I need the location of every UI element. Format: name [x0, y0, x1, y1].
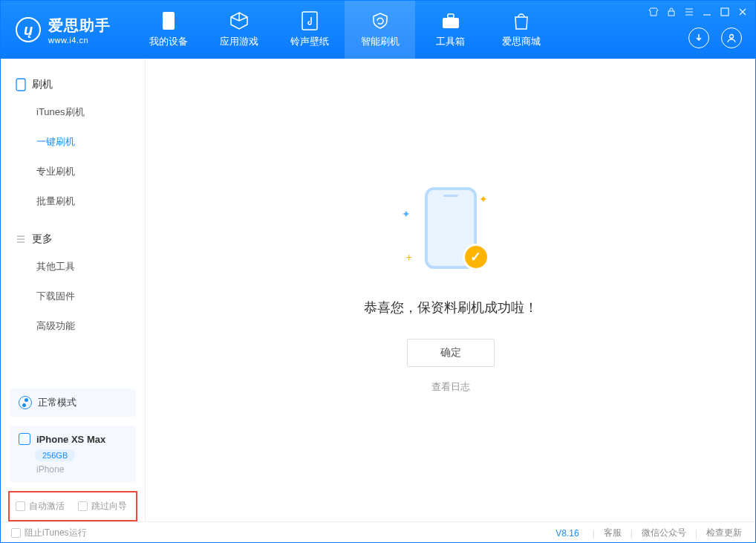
main-tabs: 我的设备 应用游戏 铃声壁纸 智能刷机 工具箱 爱思商城 — [133, 1, 556, 59]
checkbox-auto-activate[interactable]: 自动激活 — [16, 500, 65, 513]
sidebar-group-flash: 刷机 — [1, 72, 145, 97]
checkbox-icon — [16, 501, 25, 511]
mode-status[interactable]: 正常模式 — [10, 388, 136, 417]
window-controls — [648, 7, 748, 17]
sidebar-group-more: 更多 — [1, 227, 145, 252]
maximize-icon[interactable] — [720, 7, 730, 17]
footer-link-update[interactable]: 检查更新 — [703, 527, 745, 539]
version-label: V8.16 — [555, 528, 579, 539]
check-badge-icon: ✓ — [463, 244, 489, 270]
mode-label: 正常模式 — [38, 396, 76, 409]
checkbox-block-itunes[interactable]: 阻止iTunes运行 — [11, 527, 87, 539]
sparkle-icon: + — [406, 251, 412, 263]
ok-button[interactable]: 确定 — [407, 339, 495, 367]
close-icon[interactable] — [737, 7, 748, 17]
main-content: ✓ ✦ ✦ + 恭喜您，保资料刷机成功啦！ 确定 查看日志 — [146, 59, 755, 521]
bag-icon — [512, 11, 531, 30]
sidebar-item-advanced[interactable]: 高级功能 — [1, 311, 145, 341]
mode-icon — [19, 396, 32, 409]
tab-label: 智能刷机 — [361, 35, 400, 48]
device-small-icon — [19, 433, 30, 445]
tab-label: 我的设备 — [149, 35, 188, 48]
user-button[interactable] — [721, 27, 742, 48]
storage-badge: 256GB — [35, 449, 75, 461]
success-illustration: ✓ ✦ ✦ + — [406, 187, 495, 276]
menu-icon[interactable] — [684, 7, 694, 17]
view-log-link[interactable]: 查看日志 — [431, 380, 470, 394]
app-subtitle: www.i4.cn — [48, 36, 111, 45]
logo-icon: ų — [16, 17, 41, 42]
sidebar-item-pro-flash[interactable]: 专业刷机 — [1, 157, 145, 186]
download-button[interactable] — [688, 27, 709, 48]
tab-store[interactable]: 爱思商城 — [486, 1, 556, 59]
svg-rect-0 — [163, 12, 175, 30]
logo-area: ų 爱思助手 www.i4.cn — [1, 16, 126, 45]
tab-smart-flash[interactable]: 智能刷机 — [345, 1, 415, 59]
svg-rect-4 — [668, 11, 674, 16]
tab-toolbox[interactable]: 工具箱 — [415, 1, 486, 59]
tab-label: 爱思商城 — [502, 35, 541, 48]
svg-rect-7 — [16, 79, 25, 91]
music-file-icon — [300, 11, 319, 30]
footer: 阻止iTunes运行 V8.16 | 客服 | 微信公众号 | 检查更新 — [1, 521, 755, 543]
minimize-icon[interactable] — [702, 7, 712, 17]
svg-point-6 — [730, 35, 734, 39]
sidebar-item-batch-flash[interactable]: 批量刷机 — [1, 186, 145, 216]
device-status[interactable]: iPhone XS Max 256GB iPhone — [10, 426, 136, 482]
svg-rect-2 — [443, 18, 459, 28]
success-message: 恭喜您，保资料刷机成功啦！ — [364, 299, 538, 316]
options-highlight-box: 自动激活 跳过向导 — [8, 491, 137, 521]
phone-icon — [16, 78, 26, 91]
device-icon — [159, 11, 178, 30]
checkbox-icon — [78, 501, 88, 511]
sidebar-item-itunes-flash[interactable]: iTunes刷机 — [1, 97, 145, 127]
sidebar-item-download-firmware[interactable]: 下载固件 — [1, 282, 145, 311]
toolbox-icon — [441, 11, 460, 30]
tab-my-device[interactable]: 我的设备 — [133, 1, 203, 59]
tab-label: 工具箱 — [436, 35, 465, 48]
tab-ringtone-wallpaper[interactable]: 铃声壁纸 — [274, 1, 345, 59]
shirt-icon[interactable] — [648, 7, 659, 17]
tab-label: 铃声壁纸 — [290, 35, 329, 48]
app-header: ų 爱思助手 www.i4.cn 我的设备 应用游戏 铃声壁纸 智能刷机 工具箱 — [1, 1, 755, 59]
sparkle-icon: ✦ — [402, 208, 411, 220]
device-type: iPhone — [36, 464, 127, 475]
sparkle-icon: ✦ — [479, 193, 488, 205]
list-icon — [16, 234, 26, 244]
checkbox-skip-guide[interactable]: 跳过向导 — [78, 500, 127, 513]
sidebar-item-oneclick-flash[interactable]: 一键刷机 — [1, 127, 145, 157]
cube-icon — [229, 11, 249, 30]
lock-icon[interactable] — [666, 7, 677, 17]
refresh-shield-icon — [371, 11, 390, 30]
tab-label: 应用游戏 — [220, 35, 258, 48]
svg-rect-5 — [721, 8, 729, 16]
svg-rect-1 — [302, 12, 317, 30]
checkbox-icon — [11, 528, 21, 538]
sidebar-item-other-tools[interactable]: 其他工具 — [1, 252, 145, 282]
footer-link-wechat[interactable]: 微信公众号 — [639, 527, 689, 539]
sidebar: 刷机 iTunes刷机 一键刷机 专业刷机 批量刷机 更多 其他工具 下载固件 … — [1, 59, 146, 521]
footer-link-service[interactable]: 客服 — [601, 527, 625, 539]
tab-apps-games[interactable]: 应用游戏 — [203, 1, 274, 59]
app-title: 爱思助手 — [48, 16, 111, 36]
device-name: iPhone XS Max — [36, 434, 105, 445]
svg-rect-3 — [448, 14, 454, 18]
